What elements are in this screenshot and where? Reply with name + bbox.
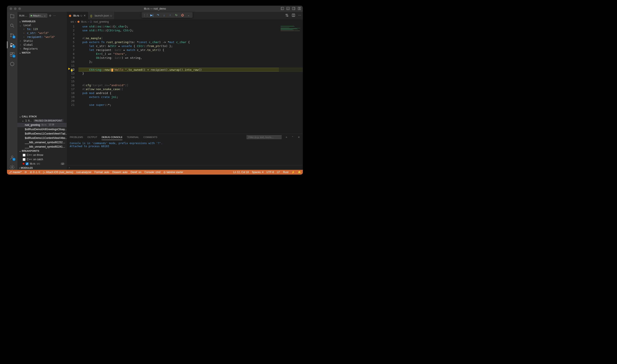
svg-rect-16 <box>13 52 14 54</box>
layout-customize-icon[interactable] <box>298 7 301 11</box>
run-debug-icon[interactable]: 1 <box>10 42 15 47</box>
scope-registers[interactable]: Registers <box>24 47 38 50</box>
language-status[interactable]: Rust <box>283 171 288 174</box>
format-status[interactable]: Format: auto <box>94 171 109 174</box>
settings-icon[interactable]: ≡ <box>286 136 287 138</box>
hex-icon[interactable] <box>10 61 15 67</box>
more-actions-icon[interactable]: ⋯ <box>298 13 301 18</box>
chevron-down-icon: ⌄ <box>44 14 46 17</box>
scope-local[interactable]: Local <box>24 24 31 27</box>
section-modules[interactable]: ›MODULES <box>17 166 67 170</box>
section-variables[interactable]: ⌄VARIABLES <box>17 19 67 23</box>
branch-status[interactable]: ⎇ master* <box>9 171 22 174</box>
code-editor[interactable]: 123456789101112131415161718192021 use st… <box>67 24 303 134</box>
debug-sidebar: RUN … ▶ Attach i… ⌄ ⚙ ⋯ ⌄VARIABLES ⌄Loca… <box>17 12 67 170</box>
breakpoint-checkbox[interactable] <box>23 154 26 156</box>
titlebar: lib.rs — rust_demo <box>7 6 303 12</box>
breakpoint-row[interactable]: lib.rssrc12 <box>17 162 67 166</box>
panel-tab-debug-console[interactable]: DEBUG CONSOLE <box>102 135 122 140</box>
step-into-button[interactable]: ↓ <box>162 13 166 17</box>
window-title: lib.rs — rust_demo <box>7 7 303 10</box>
eol-status[interactable]: LF <box>277 171 280 174</box>
scope-global[interactable]: Global <box>24 43 33 46</box>
debug-toolbar: ⋮⋮ ▶| ↷ ↓ ↑ ↻ ⏻ ⌄ <box>142 12 193 18</box>
gear-icon[interactable]: ⚙ <box>49 14 52 17</box>
breadcrumb[interactable]: src › ⬢ lib.rs › ⬡ rust_greeting <box>67 19 303 24</box>
restart-button[interactable]: ↻ <box>174 13 178 17</box>
extensions-icon[interactable]: 1 <box>10 52 15 57</box>
tabnine-status[interactable]: ◎ tabnine starter <box>163 171 183 174</box>
debug-status[interactable]: ▷ Attach iOS (rust_demo) <box>43 171 73 174</box>
svg-marker-18 <box>11 62 14 66</box>
filter-input[interactable] <box>247 135 282 139</box>
account-icon[interactable]: 1 <box>10 155 15 160</box>
stack-frame[interactable]: $s8RustDemo11ContentViewV4bo… <box>17 136 67 140</box>
deref-status[interactable]: Deref: on <box>131 171 141 174</box>
cursor-position[interactable]: Ln 12, Col 18 <box>233 171 249 174</box>
layout-primary-icon[interactable] <box>281 7 284 11</box>
svg-rect-7 <box>300 7 301 10</box>
bell-icon[interactable]: 🔔 <box>298 171 301 174</box>
split-editor-icon[interactable] <box>292 13 295 18</box>
console-status[interactable]: Console: cmd <box>145 171 160 174</box>
svg-rect-2 <box>287 7 289 10</box>
step-out-button[interactable]: ↑ <box>168 13 172 17</box>
minimap[interactable] <box>279 24 303 134</box>
more-icon[interactable]: ⋯ <box>53 14 56 17</box>
breakpoint-row[interactable]: C++: on throw <box>17 153 67 157</box>
stack-frame[interactable]: ___lldb_unnamed_symbol92232… <box>17 140 67 144</box>
svg-point-19 <box>11 156 13 158</box>
sync-status[interactable]: ⟳ <box>25 171 27 174</box>
disconnect-button[interactable]: ⏻ <box>180 13 184 17</box>
disasm-status[interactable]: Disasm: auto <box>112 171 128 174</box>
section-callstack[interactable]: ⌄CALL STACK <box>17 115 67 118</box>
indentation-status[interactable]: Spaces: 4 <box>252 171 263 174</box>
problems-status[interactable]: ⊘ 0 ⚠ 0 <box>30 171 40 174</box>
sidebar-title: RUN … <box>19 14 27 17</box>
breakpoint-checkbox[interactable] <box>23 158 26 161</box>
stack-frame[interactable]: $s8RustDemo0A9GreetingsC8say… <box>17 127 67 131</box>
toolbar-more-icon[interactable]: ⌄ <box>187 13 190 17</box>
drag-handle-icon[interactable]: ⋮⋮ <box>144 13 148 17</box>
svg-rect-6 <box>298 7 299 10</box>
encoding-status[interactable]: UTF-8 <box>267 171 274 174</box>
section-breakpoints[interactable]: ⌄BREAKPOINTS <box>17 149 67 153</box>
search-icon[interactable] <box>10 23 15 28</box>
svg-point-20 <box>12 167 13 168</box>
panel-tab-problems[interactable]: PROBLEMS <box>70 135 83 140</box>
stack-frame[interactable]: rust_greetinglib.rs12:18 <box>17 123 67 127</box>
compare-changes-icon[interactable] <box>285 13 289 18</box>
breakpoint-checkbox[interactable] <box>26 162 28 165</box>
panel-tab-terminal[interactable]: TERMINAL <box>127 135 139 140</box>
editor-area: ⬢lib.rs U ✕{}launch.json U ⋯ src › ⬢ lib… <box>67 12 303 170</box>
svg-rect-4 <box>292 7 295 10</box>
stack-frame[interactable]: ___lldb_unnamed_symbol92241… <box>17 144 67 149</box>
continue-button[interactable]: ▶| <box>150 13 154 17</box>
launch-config-select[interactable]: ▶ Attach i… ⌄ <box>29 13 47 18</box>
panel-tab-output[interactable]: OUTPUT <box>87 135 97 140</box>
thread-row[interactable]: ⌄1: ti… PAUSED ON BREAKPOINT <box>17 118 67 123</box>
svg-rect-15 <box>10 52 12 54</box>
scope-static[interactable]: Static <box>24 39 33 42</box>
breakpoint-dot-icon <box>23 163 24 165</box>
file-icon: {} <box>90 14 93 17</box>
breakpoint-row[interactable]: C++: on catch <box>17 157 67 162</box>
explorer-icon[interactable] <box>10 13 15 19</box>
layout-panel-icon[interactable] <box>286 7 290 11</box>
close-panel-icon[interactable]: ✕ <box>298 136 300 139</box>
tab-launch-json[interactable]: {}launch.json U <box>88 12 114 19</box>
rust-analyzer-status[interactable]: rust-analyzer <box>76 171 91 174</box>
feedback-icon[interactable]: ⚡ <box>292 171 295 174</box>
statusbar: ⎇ master* ⟳ ⊘ 0 ⚠ 0 ▷ Attach iOS (rust_d… <box>7 170 303 175</box>
source-control-icon[interactable]: 8 <box>10 33 15 38</box>
settings-icon[interactable] <box>10 165 15 170</box>
section-watch[interactable]: ⌄WATCH <box>17 51 67 55</box>
panel-input[interactable]: › <box>67 165 303 170</box>
layout-secondary-icon[interactable] <box>292 7 295 11</box>
step-over-button[interactable]: ↷ <box>156 13 160 17</box>
panel-tab-comments[interactable]: COMMENTS <box>143 135 157 140</box>
stack-frame[interactable]: $s8RustDemo11ContentViewV7ad… <box>17 131 67 136</box>
close-tab-icon[interactable]: ✕ <box>83 14 86 17</box>
collapse-icon[interactable]: ⌃ <box>292 136 294 139</box>
tab-lib-rs[interactable]: ⬢lib.rs U ✕ <box>67 12 88 19</box>
